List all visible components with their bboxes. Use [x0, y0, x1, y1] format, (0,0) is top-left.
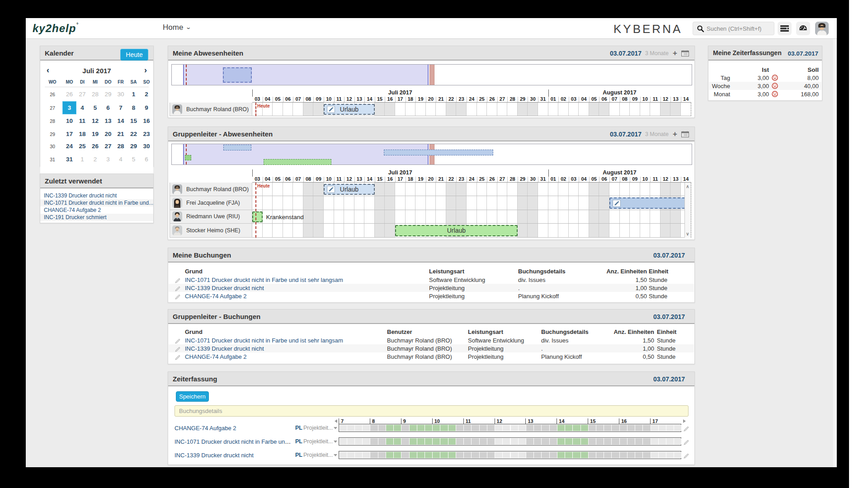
booked-slot[interactable] [573, 452, 580, 458]
time-slot[interactable] [378, 452, 386, 458]
booked-slot[interactable] [386, 452, 393, 458]
calendar-day-10[interactable]: 10 [63, 117, 76, 124]
time-slot[interactable] [401, 438, 409, 445]
time-slot[interactable] [370, 438, 377, 445]
dashboard-button[interactable] [796, 22, 810, 35]
time-slot[interactable] [666, 425, 674, 431]
calendar-day-27[interactable]: 27 [101, 143, 115, 150]
calendar-day-7[interactable]: 7 [114, 104, 127, 111]
calendar-view-icon[interactable] [681, 50, 689, 58]
edit-timesheet-icon[interactable] [684, 452, 689, 460]
time-slot[interactable] [651, 452, 658, 458]
absence-bar-urlaub[interactable]: Urlaub [395, 225, 518, 236]
time-slot[interactable] [363, 438, 370, 445]
edit-row-icon[interactable] [175, 293, 180, 301]
booking-link[interactable]: INC-1071 Drucker druckt nicht in Farbe u… [185, 337, 343, 344]
recent-item-link[interactable]: CHANGE-74 Aufgabe 2 [40, 206, 153, 214]
nav-home-menu[interactable]: Home⌄ [163, 23, 191, 32]
booked-slot[interactable] [448, 452, 456, 458]
booking-link[interactable]: INC-1339 Drucker druckt nicht [185, 285, 264, 291]
calendar-day-6[interactable]: 6 [140, 156, 153, 163]
booked-slot[interactable] [386, 425, 393, 431]
booked-slot[interactable] [448, 425, 456, 431]
time-slot[interactable] [526, 438, 533, 445]
scroll-down-icon[interactable]: ∨ [685, 231, 691, 236]
time-slot[interactable] [340, 425, 347, 431]
ky2help-logo[interactable]: ky2help° [33, 22, 79, 35]
calendar-day-8[interactable]: 8 [127, 104, 141, 111]
booked-slot[interactable] [557, 425, 565, 431]
calendar-day-5[interactable]: 5 [127, 156, 141, 163]
booking-link[interactable]: INC-1339 Drucker druckt nicht [185, 345, 264, 352]
service-type-dropdown[interactable] [334, 441, 337, 443]
timesheet-task-link-text[interactable]: INC-1339 Drucker druckt nicht [175, 452, 254, 459]
booked-slot[interactable] [425, 425, 432, 431]
today-button[interactable]: Heute [120, 49, 148, 61]
edit-timesheet-icon[interactable] [684, 439, 689, 447]
time-slot[interactable] [340, 438, 347, 445]
calendar-day-16[interactable]: 16 [140, 117, 153, 124]
time-slot[interactable] [378, 425, 386, 431]
booked-slot[interactable] [417, 438, 425, 445]
time-slot[interactable] [472, 425, 479, 431]
time-slot[interactable] [480, 452, 487, 458]
calendar-day-25[interactable]: 25 [75, 143, 89, 150]
booked-slot[interactable] [581, 425, 588, 431]
time-slot[interactable] [643, 425, 650, 431]
time-slot[interactable] [659, 452, 666, 458]
time-slot[interactable] [401, 452, 409, 458]
calendar-day-26[interactable]: 26 [89, 143, 102, 150]
time-slot[interactable] [659, 438, 666, 445]
time-slot[interactable] [464, 438, 471, 445]
time-slot[interactable] [519, 438, 526, 445]
time-slot[interactable] [347, 438, 354, 445]
booked-slot[interactable] [433, 452, 440, 458]
calendar-day-18[interactable]: 18 [75, 131, 89, 137]
time-slot[interactable] [464, 452, 471, 458]
time-slot[interactable] [401, 425, 409, 431]
calendar-day-13[interactable]: 13 [101, 117, 115, 124]
time-slot[interactable] [635, 438, 642, 445]
time-slot[interactable] [612, 438, 619, 445]
time-slot[interactable] [596, 452, 604, 458]
add-absence-icon[interactable]: + [673, 49, 677, 58]
time-slot[interactable] [456, 425, 463, 431]
booked-slot[interactable] [440, 425, 448, 431]
booked-slot[interactable] [410, 438, 417, 445]
booked-slot[interactable] [557, 438, 565, 445]
time-slot[interactable] [456, 438, 463, 445]
booked-slot[interactable] [425, 452, 432, 458]
calendar-day-28[interactable]: 28 [114, 143, 127, 150]
calendar-day-1[interactable]: 1 [75, 156, 89, 163]
time-slot[interactable] [472, 452, 479, 458]
time-slot[interactable] [596, 438, 604, 445]
add-absence-icon[interactable]: + [673, 130, 677, 139]
time-slot[interactable] [487, 438, 495, 445]
booked-slot[interactable] [581, 438, 588, 445]
booked-slot[interactable] [433, 425, 440, 431]
recent-item-link[interactable]: INC-191 Drucker schmiert [40, 214, 153, 221]
time-slot[interactable] [542, 425, 549, 431]
time-slot[interactable] [480, 438, 487, 445]
booking-details-input[interactable]: Buchungsdetails [175, 405, 689, 417]
time-slot[interactable] [487, 452, 495, 458]
time-slot[interactable] [589, 438, 596, 445]
time-slot[interactable] [596, 425, 604, 431]
absence-bar[interactable] [252, 211, 263, 222]
time-slot[interactable] [550, 438, 557, 445]
booked-slot[interactable] [573, 438, 580, 445]
time-slot[interactable] [503, 425, 510, 431]
calendar-day-11[interactable]: 11 [75, 117, 89, 124]
time-slot[interactable] [526, 452, 533, 458]
booked-slot[interactable] [440, 438, 448, 445]
absence-bar-urlaub[interactable]: Urlaub [324, 104, 375, 115]
calendar-day-3[interactable]: 3 [101, 156, 115, 163]
calendar-day-24[interactable]: 24 [63, 143, 76, 150]
browser-scrollbar[interactable] [833, 39, 837, 467]
meine-abwesenheiten-overview-band[interactable] [171, 64, 692, 85]
calendar-day-29[interactable]: 29 [101, 91, 115, 98]
scroll-up-icon[interactable]: ∧ [685, 184, 691, 189]
time-slot[interactable] [511, 438, 518, 445]
time-slot[interactable] [347, 452, 354, 458]
edit-absence-icon[interactable] [613, 200, 621, 207]
